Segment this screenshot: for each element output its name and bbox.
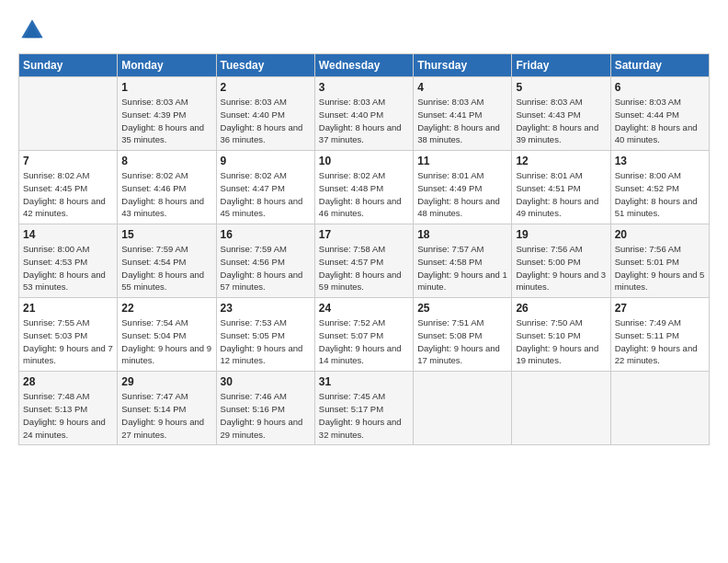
day-cell bbox=[512, 372, 610, 445]
day-number: 1 bbox=[121, 81, 211, 94]
day-info: Sunrise: 8:02 AMSunset: 4:47 PMDaylight:… bbox=[221, 169, 311, 220]
day-info: Sunrise: 7:57 AMSunset: 4:58 PMDaylight:… bbox=[417, 243, 507, 293]
day-number: 7 bbox=[23, 155, 113, 167]
day-cell: 31Sunrise: 7:45 AMSunset: 5:17 PMDayligh… bbox=[314, 372, 413, 445]
day-number: 27 bbox=[615, 302, 705, 315]
day-number: 24 bbox=[319, 302, 409, 315]
header-row: SundayMondayTuesdayWednesdayThursdayFrid… bbox=[19, 54, 710, 77]
header bbox=[18, 17, 710, 44]
day-info: Sunrise: 8:02 AMSunset: 4:48 PMDaylight:… bbox=[319, 169, 409, 220]
day-info: Sunrise: 7:45 AMSunset: 5:17 PMDaylight:… bbox=[319, 390, 409, 441]
day-number: 26 bbox=[516, 302, 606, 315]
day-cell: 4Sunrise: 8:03 AMSunset: 4:41 PMDaylight… bbox=[414, 77, 512, 151]
day-number: 16 bbox=[221, 228, 311, 241]
day-cell: 21Sunrise: 7:55 AMSunset: 5:03 PMDayligh… bbox=[19, 298, 118, 372]
day-number: 11 bbox=[417, 155, 507, 167]
day-cell: 13Sunrise: 8:00 AMSunset: 4:52 PMDayligh… bbox=[610, 151, 709, 224]
day-cell bbox=[610, 372, 709, 445]
page: SundayMondayTuesdayWednesdayThursdayFrid… bbox=[0, 0, 728, 563]
logo-icon bbox=[18, 17, 46, 44]
day-cell: 3Sunrise: 8:03 AMSunset: 4:40 PMDaylight… bbox=[314, 77, 413, 151]
day-number: 31 bbox=[319, 375, 409, 388]
week-row-1: 1Sunrise: 8:03 AMSunset: 4:39 PMDaylight… bbox=[19, 77, 710, 151]
day-number: 6 bbox=[615, 81, 705, 94]
day-info: Sunrise: 8:03 AMSunset: 4:41 PMDaylight:… bbox=[417, 96, 507, 146]
day-info: Sunrise: 8:03 AMSunset: 4:40 PMDaylight:… bbox=[319, 96, 409, 146]
week-row-2: 7Sunrise: 8:02 AMSunset: 4:45 PMDaylight… bbox=[19, 151, 710, 224]
day-info: Sunrise: 7:50 AMSunset: 5:10 PMDaylight:… bbox=[516, 316, 606, 367]
day-cell: 24Sunrise: 7:52 AMSunset: 5:07 PMDayligh… bbox=[314, 298, 413, 372]
day-cell: 5Sunrise: 8:03 AMSunset: 4:43 PMDaylight… bbox=[512, 77, 610, 151]
col-header-tuesday: Tuesday bbox=[216, 54, 314, 77]
day-info: Sunrise: 8:00 AMSunset: 4:52 PMDaylight:… bbox=[615, 169, 705, 220]
col-header-wednesday: Wednesday bbox=[314, 54, 413, 77]
day-info: Sunrise: 7:52 AMSunset: 5:07 PMDaylight:… bbox=[319, 316, 409, 367]
day-cell bbox=[414, 372, 512, 445]
day-cell: 25Sunrise: 7:51 AMSunset: 5:08 PMDayligh… bbox=[414, 298, 512, 372]
day-cell: 22Sunrise: 7:54 AMSunset: 5:04 PMDayligh… bbox=[118, 298, 216, 372]
day-cell: 23Sunrise: 7:53 AMSunset: 5:05 PMDayligh… bbox=[216, 298, 314, 372]
day-info: Sunrise: 7:49 AMSunset: 5:11 PMDaylight:… bbox=[615, 316, 705, 367]
week-row-4: 21Sunrise: 7:55 AMSunset: 5:03 PMDayligh… bbox=[19, 298, 710, 372]
col-header-saturday: Saturday bbox=[610, 54, 709, 77]
day-info: Sunrise: 7:59 AMSunset: 4:54 PMDaylight:… bbox=[121, 243, 211, 293]
day-number: 9 bbox=[221, 155, 311, 167]
day-number: 3 bbox=[319, 81, 409, 94]
day-info: Sunrise: 7:47 AMSunset: 5:14 PMDaylight:… bbox=[121, 390, 211, 441]
day-cell: 2Sunrise: 8:03 AMSunset: 4:40 PMDaylight… bbox=[216, 77, 314, 151]
day-number: 13 bbox=[615, 155, 705, 167]
day-number: 28 bbox=[23, 375, 113, 388]
day-info: Sunrise: 7:48 AMSunset: 5:13 PMDaylight:… bbox=[23, 390, 113, 441]
day-cell: 14Sunrise: 8:00 AMSunset: 4:53 PMDayligh… bbox=[19, 224, 118, 298]
day-info: Sunrise: 8:03 AMSunset: 4:40 PMDaylight:… bbox=[221, 96, 311, 146]
day-number: 17 bbox=[319, 228, 409, 241]
day-number: 2 bbox=[221, 81, 311, 94]
col-header-sunday: Sunday bbox=[19, 54, 118, 77]
day-number: 23 bbox=[221, 302, 311, 315]
day-info: Sunrise: 7:51 AMSunset: 5:08 PMDaylight:… bbox=[417, 316, 507, 367]
day-cell: 10Sunrise: 8:02 AMSunset: 4:48 PMDayligh… bbox=[314, 151, 413, 224]
day-cell bbox=[19, 77, 118, 151]
day-number: 25 bbox=[417, 302, 507, 315]
day-cell: 20Sunrise: 7:56 AMSunset: 5:01 PMDayligh… bbox=[610, 224, 709, 298]
day-cell: 15Sunrise: 7:59 AMSunset: 4:54 PMDayligh… bbox=[118, 224, 216, 298]
day-number: 18 bbox=[417, 228, 507, 241]
day-number: 4 bbox=[417, 81, 507, 94]
day-info: Sunrise: 8:03 AMSunset: 4:44 PMDaylight:… bbox=[615, 96, 705, 146]
week-row-3: 14Sunrise: 8:00 AMSunset: 4:53 PMDayligh… bbox=[19, 224, 710, 298]
logo bbox=[18, 17, 50, 44]
day-cell: 9Sunrise: 8:02 AMSunset: 4:47 PMDaylight… bbox=[216, 151, 314, 224]
day-cell: 17Sunrise: 7:58 AMSunset: 4:57 PMDayligh… bbox=[314, 224, 413, 298]
day-info: Sunrise: 7:55 AMSunset: 5:03 PMDaylight:… bbox=[23, 316, 113, 367]
day-cell: 29Sunrise: 7:47 AMSunset: 5:14 PMDayligh… bbox=[118, 372, 216, 445]
day-cell: 27Sunrise: 7:49 AMSunset: 5:11 PMDayligh… bbox=[610, 298, 709, 372]
day-cell: 16Sunrise: 7:59 AMSunset: 4:56 PMDayligh… bbox=[216, 224, 314, 298]
day-number: 19 bbox=[516, 228, 606, 241]
col-header-monday: Monday bbox=[118, 54, 216, 77]
day-cell: 19Sunrise: 7:56 AMSunset: 5:00 PMDayligh… bbox=[512, 224, 610, 298]
day-cell: 7Sunrise: 8:02 AMSunset: 4:45 PMDaylight… bbox=[19, 151, 118, 224]
day-number: 10 bbox=[319, 155, 409, 167]
day-info: Sunrise: 7:59 AMSunset: 4:56 PMDaylight:… bbox=[221, 243, 311, 293]
col-header-friday: Friday bbox=[512, 54, 610, 77]
day-number: 21 bbox=[23, 302, 113, 315]
day-info: Sunrise: 7:46 AMSunset: 5:16 PMDaylight:… bbox=[221, 390, 311, 441]
day-info: Sunrise: 7:56 AMSunset: 5:00 PMDaylight:… bbox=[516, 243, 606, 293]
day-info: Sunrise: 7:54 AMSunset: 5:04 PMDaylight:… bbox=[121, 316, 211, 367]
day-number: 5 bbox=[516, 81, 606, 94]
day-number: 29 bbox=[121, 375, 211, 388]
day-cell: 11Sunrise: 8:01 AMSunset: 4:49 PMDayligh… bbox=[414, 151, 512, 224]
col-header-thursday: Thursday bbox=[414, 54, 512, 77]
calendar-table: SundayMondayTuesdayWednesdayThursdayFrid… bbox=[18, 53, 710, 445]
day-number: 8 bbox=[121, 155, 211, 167]
day-number: 22 bbox=[121, 302, 211, 315]
day-info: Sunrise: 7:53 AMSunset: 5:05 PMDaylight:… bbox=[221, 316, 311, 367]
day-number: 30 bbox=[221, 375, 311, 388]
day-number: 20 bbox=[615, 228, 705, 241]
day-info: Sunrise: 8:03 AMSunset: 4:39 PMDaylight:… bbox=[121, 96, 211, 146]
day-cell: 26Sunrise: 7:50 AMSunset: 5:10 PMDayligh… bbox=[512, 298, 610, 372]
day-cell: 8Sunrise: 8:02 AMSunset: 4:46 PMDaylight… bbox=[118, 151, 216, 224]
day-cell: 30Sunrise: 7:46 AMSunset: 5:16 PMDayligh… bbox=[216, 372, 314, 445]
day-number: 12 bbox=[516, 155, 606, 167]
week-row-5: 28Sunrise: 7:48 AMSunset: 5:13 PMDayligh… bbox=[19, 372, 710, 445]
